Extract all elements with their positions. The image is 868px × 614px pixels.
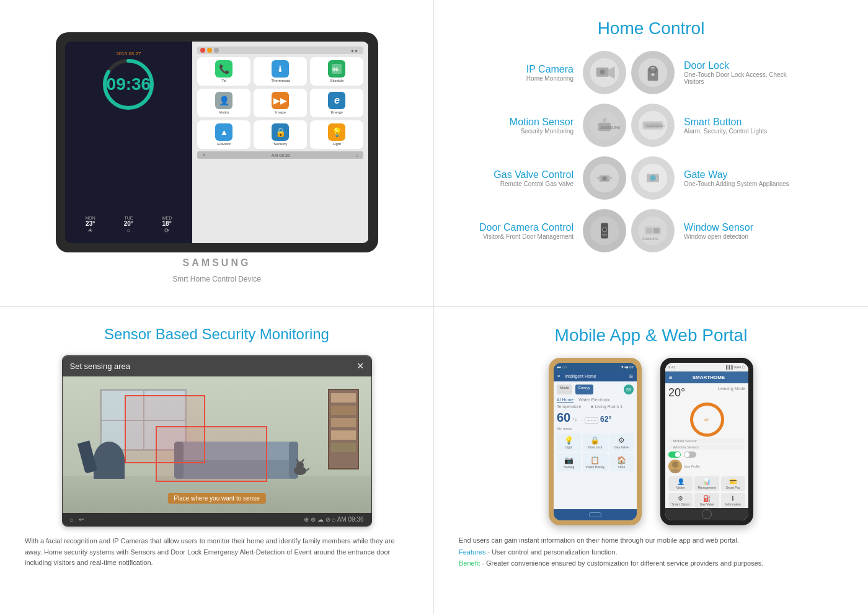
security-title: Sensor Based Security Monitoring <box>25 326 409 343</box>
p2-menu-management[interactable]: 📊 Management <box>694 476 719 491</box>
hc-imgs-3 <box>583 156 675 200</box>
mobile-title: Mobile App & Web Portal <box>459 326 843 345</box>
hc-right-doorlock: Door Lock One-Touch Door Lock Access, Ch… <box>675 60 799 85</box>
iphone-home-button[interactable] <box>702 509 712 519</box>
tab-water[interactable]: Water Electronic <box>578 398 610 403</box>
weather-wed: WED 18° ⟳ <box>162 216 172 234</box>
orange-dot: ● ● <box>351 48 357 53</box>
sensing-header-title: Set sensing area <box>70 362 131 371</box>
hc-left-motion: Motion Sensor Security Monitoring <box>459 117 583 135</box>
menu-visitor-history[interactable]: 📋 Visitor History <box>583 453 607 471</box>
phone2-top-row: 20° Leaving Mode <box>668 386 745 399</box>
app-security[interactable]: 🔒 Security <box>254 120 307 149</box>
gateway-title: Gate Way <box>684 169 799 180</box>
top-right-panel: Home Control IP Camera Home Monitoring <box>434 0 868 307</box>
menu-gasvalve[interactable]: ⚙ Gas Valve <box>609 434 634 452</box>
smartbtn-sub: Alarm, Security, Control Lights <box>684 128 799 135</box>
tab-mode[interactable]: Mode <box>557 385 572 394</box>
samsung-brand: SAMSUNG <box>56 257 378 269</box>
app-energy[interactable]: e Energy <box>310 89 363 117</box>
sensing-footer-right: ⊕ ⊗ ☁ ⊘ ⌂ AM 09:36 <box>304 516 363 523</box>
p2-menu-visitor[interactable]: 👤 Visitor <box>668 476 693 491</box>
toggle-2[interactable] <box>684 452 696 458</box>
tab-energy[interactable]: Energy <box>575 385 593 394</box>
elevator-icon: ▲ <box>215 123 232 141</box>
toggle-1[interactable] <box>668 452 681 458</box>
mobile-description: End users can gain instant information o… <box>459 535 843 569</box>
light-icon: 💡 <box>328 123 345 141</box>
gasvalve-img <box>583 156 626 200</box>
hc-right-smartbtn: Smart Button Alarm, Security, Control Li… <box>675 117 799 135</box>
clock-display: 09:36 <box>107 75 151 94</box>
gasvalve-sub: Remote Control Gas Valve <box>459 180 574 187</box>
menu-nursing[interactable]: 📷 Nursing <box>557 453 581 471</box>
svg-point-28 <box>652 177 655 180</box>
sensing-footer: ⌂ ↩ ⊕ ⊗ ☁ ⊘ ⌂ AM 09:36 <box>63 513 371 526</box>
weather-tue: TUE 20° ○ <box>124 216 133 234</box>
app-light[interactable]: 💡 Light <box>310 120 363 149</box>
phone1-menu: 💡 Light 🔒 Door Lock ⚙ Gas Valve 📷 <box>557 434 634 471</box>
motion-sub: Security Monitoring <box>459 128 574 135</box>
menu-light[interactable]: 💡 Light <box>557 434 581 452</box>
home-button[interactable] <box>589 512 601 517</box>
svg-point-14 <box>603 118 607 122</box>
temp-set-val: 62° <box>600 415 611 424</box>
svg-point-44 <box>672 461 678 468</box>
smartbtn-img: SAMSUNG <box>631 104 675 147</box>
sensing-close-btn[interactable]: × <box>357 360 364 373</box>
menu-store[interactable]: 🏠 Store <box>609 453 634 471</box>
app-thermostat[interactable]: 🌡 Thermostat <box>254 57 307 86</box>
svg-rect-33 <box>602 234 607 236</box>
app-skedule[interactable]: 06 Skedule <box>310 57 363 86</box>
time-circle: 09:36 <box>100 56 156 112</box>
p2-menu-info[interactable]: ℹ Information <box>721 493 745 508</box>
bottom-left-panel: Sensor Based Security Monitoring Set sen… <box>0 307 434 614</box>
hc-row-1: IP Camera Home Monitoring <box>459 51 843 94</box>
p2-menu-smartoption[interactable]: ⚙ Smart Option <box>668 493 693 508</box>
phone2-menu-icon[interactable]: ≡ <box>669 374 673 381</box>
temp-set: = = = <box>585 417 598 424</box>
dot-gray <box>214 48 219 53</box>
windowsensor-title: Window Sensor <box>684 222 799 233</box>
windowsensor-sub: Window open detection <box>684 233 799 240</box>
svg-text:SAMSUNG: SAMSUNG <box>647 124 665 128</box>
app-visitor[interactable]: 👤 Visitor <box>197 89 250 117</box>
gateway-img <box>631 156 675 200</box>
phone2-menu: 👤 Visitor 📊 Management 💳 Smart Pay <box>668 476 745 508</box>
image-icon: ▶▶ <box>272 92 289 109</box>
p2-menu-gasvalve[interactable]: ⛽ Gas Valve <box>694 493 719 508</box>
ipcamera-title: IP Camera <box>459 64 574 75</box>
dot-red <box>200 48 205 53</box>
app-tel[interactable]: 📞 Tel <box>197 57 250 86</box>
app-elevator[interactable]: ▲ Elevator <box>197 120 250 149</box>
doorcam-title: Door Camera Control <box>459 222 574 233</box>
phone2-mode-block: Leaving Mode <box>718 386 745 391</box>
tab-athome[interactable]: At Home <box>557 398 574 403</box>
hc-imgs-4: SAMSUNG <box>583 209 675 252</box>
visitor-icon: 👤 <box>215 92 232 109</box>
user-avatar <box>668 460 682 473</box>
p2-menu-smartpay[interactable]: 💳 Smart Pay <box>721 476 745 491</box>
phone2-title: SMARTHOME <box>693 375 725 380</box>
sensor-list: · Motion Sensor · Window Sensor <box>668 438 745 450</box>
app-image[interactable]: ▶▶ Image <box>254 89 307 117</box>
nav-menu[interactable]: ≡ <box>557 374 560 379</box>
security-description: With a facial recognition and IP Cameras… <box>25 536 409 569</box>
phone1-screen: ●● ○○ ▼4■ 07 ≡ Intelligent Home ⊞ Mode E… <box>554 363 637 520</box>
nav-icon[interactable]: ⊞ <box>629 374 633 379</box>
device-caption: Smrt Home Control Device <box>56 275 378 283</box>
footer-icons: ⊕ ⊗ ☁ ⊘ ⌂ <box>304 516 335 523</box>
svg-point-7 <box>600 69 605 74</box>
phone2-screen: 9:41 ▐▐▐ WiFi ⬡ ≡ SMARTHOME 20° <box>665 363 748 520</box>
hc-left-doorcam: Door Camera Control Visitor& Front Door … <box>459 222 583 240</box>
features-text: - User control and personalization funct… <box>485 548 617 556</box>
footer-time: AM 09:36 <box>337 516 364 523</box>
thermostat-icon: 🌡 <box>272 60 289 78</box>
bookshelf <box>328 389 359 469</box>
device-screen: 2015.03.27 09:36 <box>65 42 369 243</box>
screen-right-panel: ● ● 📞 Tel 🌡 Thermostat <box>192 42 368 243</box>
menu-doorlock[interactable]: 🔒 Door Lock <box>583 434 607 452</box>
mode-circle: 20° <box>690 403 724 437</box>
device-frame: 2015.03.27 09:36 <box>56 32 378 252</box>
doorlock-img <box>631 51 675 94</box>
